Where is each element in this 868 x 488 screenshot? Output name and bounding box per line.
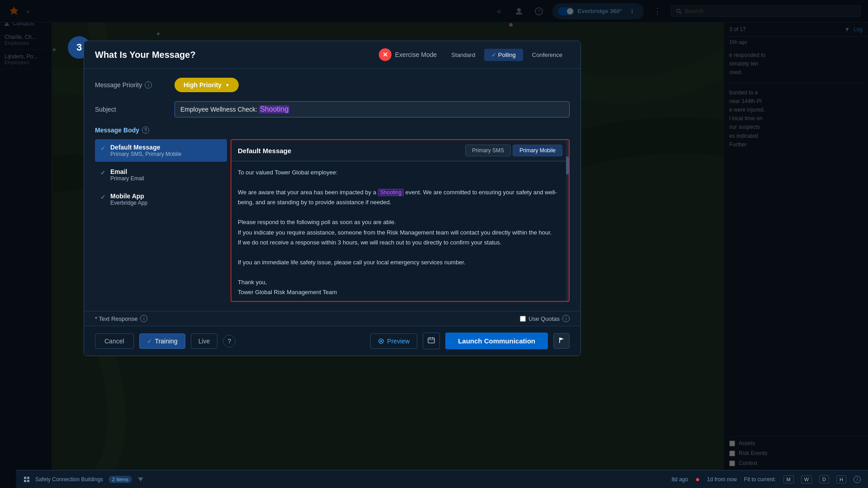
message-assist: If you indicate you require assistance, … — [238, 228, 562, 238]
subject-label: Subject — [95, 106, 167, 113]
subject-tag: Shooting — [259, 105, 289, 113]
time-w-btn[interactable]: W — [801, 475, 812, 483]
tab-primary-mobile[interactable]: Primary Mobile — [513, 145, 562, 156]
text-response-info-icon[interactable]: i — [140, 315, 147, 322]
svg-rect-31 — [24, 480, 26, 482]
tab-conference[interactable]: Conference — [525, 49, 570, 61]
message-safety: If you an immediate life safety issue, p… — [238, 258, 562, 267]
message-team: Tower Global Risk Management Team — [238, 287, 562, 297]
priority-label: Message Priority i — [95, 81, 167, 89]
priority-info-icon[interactable]: i — [145, 81, 152, 89]
footer-help-button[interactable]: ? — [223, 335, 236, 347]
svg-point-23 — [380, 340, 382, 342]
modal-title: What Is Your Message? — [95, 50, 196, 60]
footer-left: Cancel ✓ Training Live ? — [95, 333, 236, 349]
tab-primary-sms[interactable]: Primary SMS — [465, 145, 511, 156]
svg-rect-24 — [428, 338, 434, 343]
use-quotas-section: Use Quotas i — [520, 315, 570, 322]
time-indicator: 1d from now — [707, 476, 737, 483]
training-button[interactable]: ✓ Training — [139, 333, 185, 349]
use-quotas-checkbox[interactable] — [520, 316, 526, 322]
calendar-button[interactable] — [423, 333, 440, 349]
time-m-btn[interactable]: M — [783, 475, 794, 483]
email-check-icon: ✓ — [100, 169, 106, 176]
priority-row: Message Priority i High Priority — [95, 78, 570, 92]
svg-rect-30 — [27, 477, 29, 479]
message-shooting-tag: Shooting — [378, 189, 404, 196]
preview-button[interactable]: Preview — [370, 333, 417, 349]
message-thanks: Thank you, — [238, 277, 562, 287]
message-preview-header: Default Message Primary SMS Primary Mobi… — [231, 140, 569, 161]
live-button[interactable]: Live — [191, 333, 218, 349]
fit-to-current-label: Fit to current: — [744, 476, 776, 483]
message-list-item-email[interactable]: ✓ Email Primary Email — [95, 164, 227, 186]
time-d-btn[interactable]: D — [819, 475, 829, 483]
timestamp-left: 8d ago — [671, 476, 688, 483]
footer-right: Preview Launch Communication — [370, 333, 570, 349]
exercise-close-btn[interactable]: ✕ — [379, 48, 392, 61]
exercise-mode-label: Exercise Mode — [395, 51, 437, 58]
message-line1: We are aware that your area has been imp… — [238, 188, 562, 207]
time-h-btn[interactable]: H — [836, 475, 846, 483]
message-preview-content: To our valued Tower Global employee: We … — [231, 161, 569, 300]
modal-footer: Cancel ✓ Training Live ? Preview Launch … — [84, 326, 580, 356]
mode-tabs: Standard Polling Conference — [444, 49, 570, 61]
bottom-bar-info-icon[interactable]: i — [854, 476, 861, 483]
message-body-section: ✓ Default Message Primary SMS, Primary M… — [95, 139, 570, 302]
mobile-check-icon: ✓ — [100, 193, 106, 201]
message-body-header: Message Body ? — [95, 127, 570, 134]
subject-row: Subject Employee Wellness Check: Shootin… — [95, 101, 570, 117]
sort-icon[interactable] — [137, 476, 144, 483]
modal-header-controls: ✕ Exercise Mode Standard Polling Confere… — [379, 48, 570, 61]
message-body-info-icon[interactable]: ? — [142, 127, 149, 134]
svg-rect-32 — [27, 480, 29, 482]
tab-polling[interactable]: Polling — [484, 49, 523, 61]
cancel-button[interactable]: Cancel — [95, 333, 134, 349]
default-check-icon: ✓ — [100, 145, 106, 152]
subject-prefix: Employee Wellness Check: — [180, 106, 257, 113]
message-list: ✓ Default Message Primary SMS, Primary M… — [95, 139, 231, 302]
items-count-badge: 2 Items — [108, 476, 132, 483]
alert-indicator: ● — [695, 475, 700, 483]
message-preview-area: Default Message Primary SMS Primary Mobi… — [231, 139, 570, 302]
svg-rect-28 — [559, 338, 560, 343]
message-noresp: If we do not receive a response within 3… — [238, 238, 562, 248]
training-check-icon: ✓ — [147, 338, 152, 345]
scrollbar-thumb — [566, 156, 569, 174]
priority-button[interactable]: High Priority — [175, 78, 239, 92]
bottom-bar-right: 8d ago ● 1d from now Fit to current: M W… — [671, 475, 861, 483]
svg-rect-29 — [24, 477, 26, 479]
modal-header: What Is Your Message? ✕ Exercise Mode St… — [84, 41, 580, 69]
launch-communication-button[interactable]: Launch Communication — [445, 333, 548, 349]
text-response-label: * Text Response i — [95, 315, 147, 322]
message-modal: What Is Your Message? ✕ Exercise Mode St… — [84, 41, 581, 356]
modal-body: Message Priority i High Priority Subject… — [84, 69, 580, 311]
bottom-bar: Safety Connection Buildings 2 Items 8d a… — [16, 470, 868, 488]
text-response-bar: * Text Response i Use Quotas i — [84, 311, 580, 326]
message-greeting: To our valued Tower Global employee: — [238, 168, 562, 178]
tab-standard[interactable]: Standard — [444, 49, 482, 61]
bottom-bar-left: Safety Connection Buildings 2 Items — [24, 476, 144, 483]
preview-scrollbar[interactable] — [566, 140, 569, 301]
preview-tabs: Primary SMS Primary Mobile — [465, 145, 562, 156]
default-message-title: Default Message — [238, 147, 291, 155]
grid-label: Safety Connection Buildings — [35, 476, 103, 483]
message-poll: Please respond to the following poll as … — [238, 217, 562, 227]
message-list-item-mobile[interactable]: ✓ Mobile App Everbridge App — [95, 188, 227, 211]
grid-icon — [24, 476, 30, 483]
exercise-mode-toggle: ✕ Exercise Mode — [379, 48, 437, 61]
message-list-item-default[interactable]: ✓ Default Message Primary SMS, Primary M… — [95, 139, 227, 162]
flag-button[interactable] — [553, 333, 570, 349]
quotas-info-icon[interactable]: i — [562, 315, 570, 322]
